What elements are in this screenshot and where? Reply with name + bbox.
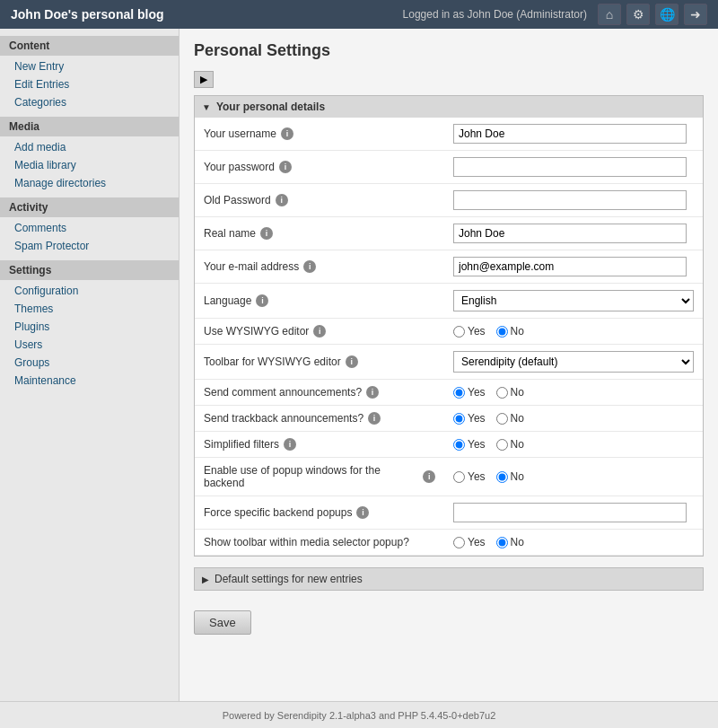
popup-no-radio[interactable] (496, 471, 508, 483)
show-toolbar-yes-label[interactable]: Yes (453, 536, 486, 548)
main-content: Personal Settings ▶ ▼ Your personal deta… (180, 29, 718, 701)
toolbar-info-icon[interactable]: i (346, 355, 358, 368)
password-field[interactable] (453, 157, 687, 177)
username-field[interactable] (453, 124, 687, 144)
default-settings-panel: ▶ Default settings for new entries (194, 567, 704, 591)
toolbar-label: Toolbar for WYSIWYG editor (204, 355, 341, 368)
sidebar-item-themes[interactable]: Themes (0, 300, 179, 318)
sidebar-section-header: Media (0, 117, 179, 136)
sidebar-item-users[interactable]: Users (0, 336, 179, 354)
sidebar-item-add-media[interactable]: Add media (0, 138, 179, 156)
show-toolbar-radio-group: Yes No (453, 536, 694, 548)
username-info-icon[interactable]: i (281, 127, 293, 140)
comment-no-label[interactable]: No (496, 386, 524, 399)
trackback-info-icon[interactable]: i (368, 412, 381, 425)
popup-windows-row: Enable use of popup windows for the back… (195, 458, 703, 496)
sidebar: ContentNew EntryEdit EntriesCategoriesMe… (0, 29, 180, 701)
sidebar-item-media-library[interactable]: Media library (0, 156, 179, 174)
old-password-info-icon[interactable]: i (276, 194, 288, 206)
trackback-no-label[interactable]: No (496, 412, 524, 425)
language-select[interactable]: English German French Spanish (453, 290, 694, 311)
old-password-field[interactable] (453, 190, 687, 210)
default-panel-arrow-icon: ▶ (202, 575, 209, 584)
wysiwyg-yes-label[interactable]: Yes (453, 325, 486, 338)
sidebar-item-maintenance[interactable]: Maintenance (0, 372, 179, 390)
popup-windows-label: Enable use of popup windows for the back… (204, 464, 418, 489)
email-field[interactable] (453, 257, 687, 276)
sidebar-section-content: ContentNew EntryEdit EntriesCategories (0, 36, 179, 111)
exit-icon-btn[interactable]: ➜ (684, 4, 707, 25)
layout: ContentNew EntryEdit EntriesCategoriesMe… (0, 29, 718, 701)
gear-icon-btn[interactable]: ⚙ (626, 4, 650, 25)
globe-icon-btn[interactable]: 🌐 (655, 4, 679, 25)
popup-yes-radio[interactable] (453, 471, 465, 483)
comment-announcements-label: Send comment announcements? (204, 386, 362, 399)
filters-no-label[interactable]: No (496, 438, 524, 451)
trackback-yes-radio[interactable] (453, 413, 465, 425)
comment-announcements-info-icon[interactable]: i (366, 386, 379, 399)
comment-yes-label[interactable]: Yes (453, 386, 486, 399)
force-popups-info-icon[interactable]: i (356, 506, 369, 519)
trackback-no-radio[interactable] (496, 413, 508, 425)
comment-yes-radio[interactable] (453, 387, 465, 399)
show-toolbar-no-radio[interactable] (496, 537, 508, 548)
password-info-icon[interactable]: i (279, 161, 292, 173)
page-title: Personal Settings (194, 41, 704, 60)
username-row: Your usernamei (195, 118, 703, 151)
trackback-yes-label[interactable]: Yes (453, 412, 486, 425)
comment-announcements-row: Send comment announcements?i Yes No (195, 380, 703, 406)
home-icon-btn[interactable]: ⌂ (598, 4, 621, 25)
simplified-filters-label: Simplified filters (204, 438, 279, 451)
show-toolbar-label: Show toolbar within media selector popup… (204, 536, 409, 548)
header: John Doe's personal blog Logged in as Jo… (0, 0, 718, 29)
sidebar-item-categories[interactable]: Categories (0, 93, 179, 111)
language-info-icon[interactable]: i (256, 294, 268, 307)
default-settings-header[interactable]: ▶ Default settings for new entries (195, 568, 703, 590)
show-toolbar-row: Show toolbar within media selector popup… (195, 530, 703, 556)
comment-announcements-radio-group: Yes No (453, 386, 694, 399)
wysiwyg-yes-radio[interactable] (453, 326, 465, 338)
save-button[interactable]: Save (194, 610, 251, 635)
show-toolbar-yes-radio[interactable] (453, 537, 465, 548)
sidebar-item-plugins[interactable]: Plugins (0, 318, 179, 336)
email-info-icon[interactable]: i (303, 260, 316, 273)
language-label: Language (204, 294, 251, 307)
comment-no-radio[interactable] (496, 387, 508, 399)
realname-field[interactable] (453, 224, 687, 243)
site-title: John Doe's personal blog (11, 7, 164, 22)
wysiwyg-no-radio[interactable] (496, 326, 508, 338)
filters-yes-label[interactable]: Yes (453, 438, 486, 451)
sidebar-section-activity: ActivityCommentsSpam Protector (0, 197, 179, 255)
filters-yes-radio[interactable] (453, 439, 465, 451)
wysiwyg-radio-group: Yes No (453, 325, 694, 338)
email-row: Your e-mail addressi (195, 250, 703, 284)
trackback-radio-group: Yes No (453, 412, 694, 425)
trackback-announcements-label: Send trackback announcements? (204, 412, 363, 425)
sidebar-item-new-entry[interactable]: New Entry (0, 57, 179, 75)
collapse-button[interactable]: ▶ (194, 71, 214, 88)
sidebar-item-spam-protector[interactable]: Spam Protector (0, 237, 179, 255)
popup-yes-label[interactable]: Yes (453, 470, 486, 483)
simplified-filters-info-icon[interactable]: i (284, 438, 296, 451)
force-popups-field[interactable] (453, 503, 687, 522)
filters-no-radio[interactable] (496, 439, 508, 451)
panel-header[interactable]: ▼ Your personal details (195, 96, 703, 118)
wysiwyg-info-icon[interactable]: i (313, 325, 326, 338)
show-toolbar-no-label[interactable]: No (496, 536, 524, 548)
password-row: Your passwordi (195, 151, 703, 184)
sidebar-item-comments[interactable]: Comments (0, 219, 179, 237)
toolbar-select[interactable]: Serendipity (default) (453, 351, 694, 373)
force-popups-row: Force specific backend popupsi (195, 496, 703, 530)
realname-info-icon[interactable]: i (260, 227, 273, 240)
trackback-announcements-row: Send trackback announcements?i Yes No (195, 406, 703, 432)
sidebar-item-manage-directories[interactable]: Manage directories (0, 174, 179, 192)
popup-info-icon[interactable]: i (423, 470, 435, 483)
personal-details-form: Your usernamei Your passwordi Old Passwo… (195, 118, 703, 556)
toolbar-row: Toolbar for WYSIWYG editori Serendipity … (195, 345, 703, 380)
username-label: Your username (204, 127, 276, 140)
popup-no-label[interactable]: No (496, 470, 524, 483)
sidebar-item-edit-entries[interactable]: Edit Entries (0, 75, 179, 93)
wysiwyg-no-label[interactable]: No (496, 325, 524, 338)
sidebar-item-configuration[interactable]: Configuration (0, 282, 179, 300)
sidebar-item-groups[interactable]: Groups (0, 354, 179, 372)
